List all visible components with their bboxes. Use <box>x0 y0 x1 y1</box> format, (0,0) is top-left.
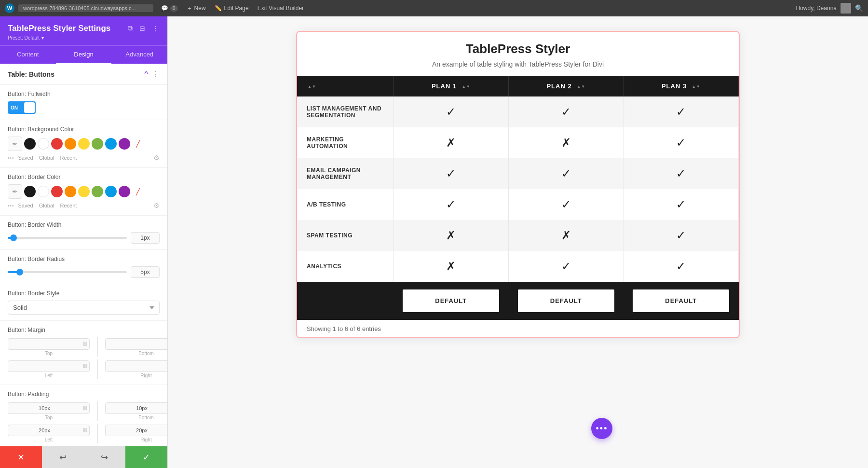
expand-icon[interactable]: ⧉ <box>127 23 134 33</box>
border-color-eraser-icon[interactable]: ╱ <box>132 186 144 197</box>
section-more-icon[interactable]: ⋮ <box>152 69 160 79</box>
border-dot-black[interactable] <box>24 186 36 197</box>
tab-content[interactable]: Content <box>0 46 56 64</box>
feature-cell: A/B TESTING <box>297 189 393 220</box>
content-area: TablePress Styler An example of table st… <box>168 16 868 468</box>
padding-top-label: Top <box>8 415 90 420</box>
bg-global-btn[interactable]: Global <box>37 154 56 162</box>
tab-design[interactable]: Design <box>56 46 112 64</box>
border-recent-btn[interactable]: Recent <box>58 202 79 209</box>
confirm-button[interactable]: ✓ <box>125 446 167 468</box>
margin-right-input[interactable] <box>106 361 167 372</box>
border-saved-btn[interactable]: Saved <box>16 202 35 209</box>
margin-top-input[interactable] <box>8 339 81 349</box>
tab-advanced[interactable]: Advanced <box>111 46 167 64</box>
padding-right-input[interactable] <box>106 425 167 436</box>
padding-top-input[interactable] <box>8 403 81 413</box>
margin-divider2 <box>92 359 103 379</box>
color-dot-red[interactable] <box>51 138 63 150</box>
border-color-eyedropper[interactable]: ✒ <box>8 184 22 199</box>
bg-color-gear-icon[interactable]: ⚙ <box>153 154 160 162</box>
padding-left-link-icon[interactable]: ⛓ <box>81 426 89 435</box>
sort-arrows-feature[interactable]: ▲▼ <box>308 85 316 89</box>
undo-button[interactable]: ↩ <box>42 446 84 468</box>
tabs-bar: Content Design Advanced <box>0 45 167 64</box>
sidebar-header-icons: ⧉ ⊟ ⋮ <box>127 23 160 33</box>
border-dot-blue[interactable] <box>105 186 117 197</box>
sort-arrows-plan1[interactable]: ▲▼ <box>462 85 471 89</box>
plan1-button[interactable]: DEFAULT <box>403 289 499 312</box>
margin-bottom-input[interactable] <box>106 339 167 349</box>
color-dot-purple[interactable] <box>119 138 130 150</box>
check-cell: ✓ <box>624 127 739 158</box>
margin-left-link-icon[interactable]: ⛓ <box>81 361 89 371</box>
bg-color-eyedropper[interactable]: ✒ <box>8 137 22 151</box>
floating-menu-button[interactable]: ••• <box>591 418 612 439</box>
collapse-section-icon[interactable]: ^ <box>144 70 148 79</box>
border-dot-green[interactable] <box>92 186 103 197</box>
border-width-value[interactable]: 1px <box>131 232 160 244</box>
color-dot-black[interactable] <box>24 138 36 150</box>
check-cell: ✗ <box>393 127 509 158</box>
padding-left-input[interactable] <box>8 425 81 436</box>
border-radius-value[interactable]: 5px <box>131 266 160 278</box>
color-more-dots[interactable]: ••• <box>8 155 14 161</box>
new-nav-btn[interactable]: ＋ New <box>183 3 210 14</box>
plan2-button[interactable]: DEFAULT <box>518 289 614 312</box>
sort-arrows-plan3[interactable]: ▲▼ <box>692 85 701 89</box>
exit-builder-nav-btn[interactable]: Exit Visual Builder <box>254 3 308 13</box>
search-icon[interactable]: 🔍 <box>855 4 863 12</box>
padding-top-row: ⛓ <box>8 402 90 414</box>
border-style-label: Button: Border Style <box>8 290 160 297</box>
border-radius-slider[interactable] <box>8 271 127 273</box>
plan3-button[interactable]: DEFAULT <box>633 289 729 312</box>
border-dot-white[interactable] <box>38 186 49 197</box>
border-dot-red[interactable] <box>51 186 63 197</box>
bg-saved-btn[interactable]: Saved <box>16 154 35 162</box>
browser-nav-items: 💬 0 ＋ New ✏️ Edit Page Exit Visual Build… <box>157 3 308 14</box>
cancel-button[interactable]: ✕ <box>0 446 42 468</box>
feature-cell: LIST MANAGEMENT AND SEGMENTATION <box>297 96 393 127</box>
more-icon[interactable]: ⋮ <box>151 24 160 33</box>
color-eraser-icon[interactable]: ╱ <box>132 138 144 150</box>
border-dot-orange[interactable] <box>65 186 76 197</box>
border-radius-field: Button: Border Radius 5px <box>0 250 167 284</box>
margin-divider <box>92 337 103 357</box>
margin-right-group: ⛓ Right <box>105 360 167 378</box>
wp-icon[interactable]: W <box>5 3 14 13</box>
padding-bottom-input[interactable] <box>106 403 167 413</box>
color-dot-blue[interactable] <box>105 138 117 150</box>
cross-icon: ✗ <box>561 136 571 149</box>
bg-color-palette: ✒ ╱ <box>8 137 160 151</box>
bg-recent-btn[interactable]: Recent <box>58 154 79 162</box>
border-global-btn[interactable]: Global <box>37 202 56 209</box>
check-cell: ✓ <box>509 158 624 189</box>
color-dot-yellow[interactable] <box>78 138 90 150</box>
sort-arrows-plan2[interactable]: ▲▼ <box>577 85 585 89</box>
cross-icon: ✗ <box>561 229 571 242</box>
border-style-select[interactable]: Solid Dashed Dotted None <box>8 301 160 315</box>
redo-button[interactable]: ↪ <box>84 446 126 468</box>
fullwidth-toggle[interactable]: ON <box>8 101 36 114</box>
border-color-more-dots[interactable]: ••• <box>8 203 14 208</box>
margin-left-input[interactable] <box>8 361 81 372</box>
margin-top-link-icon[interactable]: ⛓ <box>81 339 89 348</box>
border-dot-purple[interactable] <box>119 186 130 197</box>
border-dot-yellow[interactable] <box>78 186 90 197</box>
color-dot-orange[interactable] <box>65 138 76 150</box>
border-color-gear-icon[interactable]: ⚙ <box>153 202 160 209</box>
columns-icon[interactable]: ⊟ <box>138 24 146 33</box>
margin-bottom-row: ⛓ <box>105 338 167 350</box>
border-width-slider[interactable] <box>8 237 127 239</box>
padding-top-link-icon[interactable]: ⛓ <box>81 403 89 413</box>
check-cell: ✓ <box>624 96 739 127</box>
data-table: ▲▼ PLAN 1 ▲▼ PLAN 2 ▲▼ PLAN 3 <box>297 76 739 320</box>
color-dot-green[interactable] <box>92 138 103 150</box>
edit-page-nav-btn[interactable]: ✏️ Edit Page <box>211 3 253 13</box>
comment-icon-btn[interactable]: 💬 0 <box>157 3 182 13</box>
user-avatar <box>841 3 851 14</box>
preset-selector[interactable]: Preset: Default ▾ <box>8 35 160 41</box>
color-dot-white[interactable] <box>38 138 49 150</box>
feature-cell: MARKETING AUTOMATION <box>297 127 393 158</box>
check-cell: ✓ <box>393 96 509 127</box>
